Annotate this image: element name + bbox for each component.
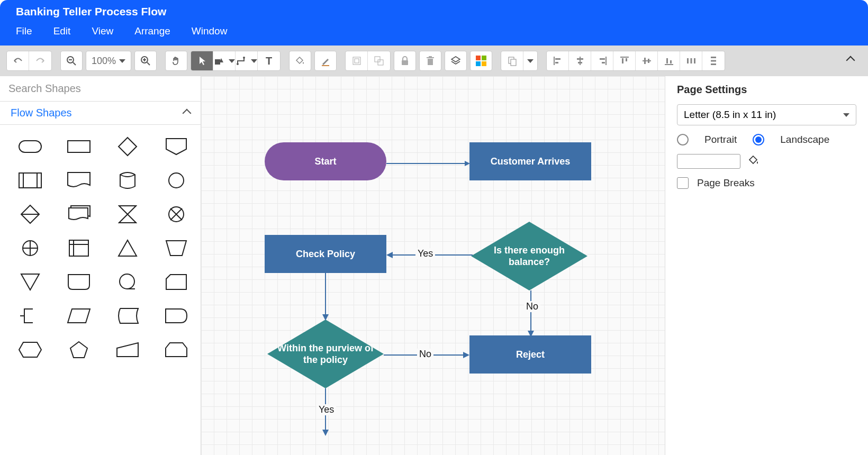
svg-marker-67 xyxy=(21,274,39,290)
svg-rect-48 xyxy=(68,141,90,152)
canvas-area[interactable]: Start Customer Arrives Check Policy Is t… xyxy=(201,76,665,455)
svg-rect-22 xyxy=(511,59,516,66)
group-button[interactable] xyxy=(346,51,368,70)
pan-tool-button[interactable] xyxy=(165,51,187,71)
zoom-out-button[interactable] xyxy=(60,51,83,71)
align-middle-v-button[interactable] xyxy=(636,51,658,70)
shape-summing-icon[interactable] xyxy=(162,204,191,224)
orientation-portrait-radio[interactable] xyxy=(677,134,689,145)
page-breaks-checkbox[interactable] xyxy=(677,177,689,189)
node-reject[interactable]: Reject xyxy=(469,335,591,374)
menu-file[interactable]: File xyxy=(16,25,32,37)
menu-edit[interactable]: Edit xyxy=(53,25,71,37)
menu-window[interactable]: Window xyxy=(192,25,228,37)
shape-preparation-icon[interactable] xyxy=(16,340,44,360)
svg-rect-30 xyxy=(600,58,605,60)
shape-terminator-icon[interactable] xyxy=(16,136,44,157)
layers-button[interactable] xyxy=(445,51,467,71)
shape-predefined-icon[interactable] xyxy=(16,170,44,190)
copy-format-dropdown[interactable] xyxy=(523,51,537,70)
apps-button[interactable] xyxy=(470,51,492,71)
fill-bucket-icon[interactable] xyxy=(748,154,760,168)
orientation-portrait-label: Portrait xyxy=(704,134,737,145)
shape-or-icon[interactable] xyxy=(16,238,44,258)
shape-manual-op-icon[interactable] xyxy=(162,238,191,258)
section-title: Flow Shapes xyxy=(11,107,72,119)
node-customer-arrives[interactable]: Customer Arrives xyxy=(469,142,591,180)
chevron-up-icon xyxy=(184,107,190,119)
svg-rect-27 xyxy=(577,58,583,60)
node-check-policy[interactable]: Check Policy xyxy=(265,235,386,273)
node-is-balance[interactable]: Is there enough balance? xyxy=(471,222,587,290)
shape-tool-button[interactable] xyxy=(213,51,236,70)
search-shapes-input[interactable]: Search Shapes xyxy=(0,76,201,102)
edge-checkpolicy-purview[interactable] xyxy=(322,273,329,321)
shape-process-icon[interactable] xyxy=(65,136,93,157)
menu-arrange[interactable]: Arrange xyxy=(134,25,170,37)
node-start[interactable]: Start xyxy=(265,142,386,180)
text-tool-button[interactable]: T xyxy=(258,51,280,70)
lock-button[interactable] xyxy=(394,51,416,71)
shape-manual-input-icon[interactable] xyxy=(113,340,142,360)
select-tool-button[interactable] xyxy=(191,51,213,70)
zoom-in-button[interactable] xyxy=(134,51,157,71)
shape-merge-icon[interactable] xyxy=(16,272,44,292)
svg-marker-70 xyxy=(68,309,90,323)
svg-rect-25 xyxy=(555,62,558,63)
svg-rect-45 xyxy=(711,60,716,62)
align-left-button[interactable] xyxy=(547,51,569,70)
svg-rect-15 xyxy=(378,60,383,65)
shape-card-icon[interactable] xyxy=(162,272,191,292)
redo-button[interactable] xyxy=(29,51,51,70)
align-center-h-button[interactable] xyxy=(569,51,591,70)
distribute-h-button[interactable] xyxy=(680,51,702,70)
shape-decision-icon[interactable] xyxy=(113,136,142,157)
background-color-swatch[interactable] xyxy=(677,154,740,169)
svg-marker-72 xyxy=(70,342,87,358)
stroke-color-button[interactable] xyxy=(314,51,337,71)
shape-loop-limit-icon[interactable] xyxy=(162,340,191,360)
svg-rect-17 xyxy=(428,59,433,65)
svg-point-9 xyxy=(237,63,239,65)
distribute-v-button[interactable] xyxy=(702,51,725,70)
align-right-button[interactable] xyxy=(591,51,613,70)
shape-delay-icon[interactable] xyxy=(162,306,191,326)
svg-rect-44 xyxy=(711,57,716,58)
shape-database-icon[interactable] xyxy=(113,170,142,190)
shape-internal-storage-icon[interactable] xyxy=(65,238,93,258)
edge-start-customer[interactable] xyxy=(386,161,471,166)
shape-pentagon-icon[interactable] xyxy=(65,340,93,360)
svg-marker-76 xyxy=(465,161,470,166)
fill-color-button[interactable] xyxy=(289,51,311,71)
zoom-level[interactable]: 100% xyxy=(86,51,131,70)
align-bottom-button[interactable] xyxy=(658,51,680,70)
menu-view[interactable]: View xyxy=(92,25,113,37)
shape-stored-data-icon[interactable] xyxy=(113,306,142,326)
shape-sequential-icon[interactable] xyxy=(113,272,142,292)
shape-display-icon[interactable] xyxy=(65,272,93,292)
paper-size-select[interactable]: Letter (8.5 in x 11 in) xyxy=(677,104,856,125)
shape-offpage-icon[interactable] xyxy=(162,136,191,157)
shape-annotation-icon[interactable] xyxy=(16,306,44,326)
edge-balance-no[interactable] xyxy=(527,290,535,337)
svg-line-1 xyxy=(73,62,76,65)
node-within-purview[interactable]: Within the purview of the policy xyxy=(267,320,384,388)
flow-shapes-section[interactable]: Flow Shapes xyxy=(0,102,201,125)
shape-connector-icon[interactable] xyxy=(162,170,191,190)
align-top-button[interactable] xyxy=(613,51,636,70)
shape-sort-icon[interactable] xyxy=(16,204,44,224)
copy-format-button[interactable] xyxy=(501,51,523,70)
orientation-landscape-radio[interactable] xyxy=(753,134,764,145)
connector-tool-button[interactable] xyxy=(236,51,258,70)
svg-rect-33 xyxy=(622,58,623,63)
svg-rect-31 xyxy=(602,62,605,63)
shape-extract-icon[interactable] xyxy=(113,238,142,258)
shape-document-icon[interactable] xyxy=(65,170,93,190)
shape-data-icon[interactable] xyxy=(65,306,93,326)
delete-button[interactable] xyxy=(419,51,441,71)
collapse-toolbar-button[interactable] xyxy=(839,51,862,71)
shape-collate-icon[interactable] xyxy=(113,204,142,224)
undo-button[interactable] xyxy=(7,51,29,70)
ungroup-button[interactable] xyxy=(368,51,390,70)
shape-multidoc-icon[interactable] xyxy=(65,204,93,224)
